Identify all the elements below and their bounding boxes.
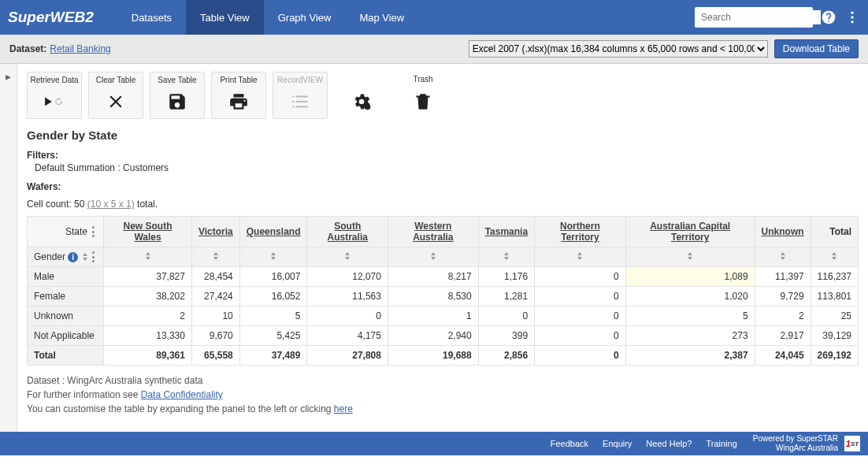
tab-datasets[interactable]: Datasets — [117, 0, 186, 35]
data-cell[interactable]: 1 — [388, 306, 478, 326]
sort-icon[interactable] — [343, 252, 351, 260]
data-cell[interactable]: 9,670 — [191, 326, 239, 346]
total-cell: 27,808 — [307, 346, 388, 366]
export-format-select[interactable]: Excel 2007 (.xlsx)(max 16,384 columns x … — [469, 40, 768, 58]
data-cell[interactable]: 5,425 — [239, 326, 307, 346]
sort-icon[interactable] — [429, 252, 437, 260]
footer-training[interactable]: Training — [706, 439, 736, 448]
corner-cell: State — [28, 217, 104, 247]
data-cell[interactable]: 9,729 — [755, 287, 811, 306]
print-table-button[interactable]: Print Table — [211, 72, 266, 119]
customise-here-link[interactable]: here — [334, 403, 353, 414]
footer-need-help[interactable]: Need Help? — [646, 439, 692, 448]
data-cell[interactable]: 399 — [478, 326, 534, 346]
col-header[interactable]: Tasmania — [485, 226, 528, 237]
row-axis-menu-icon[interactable] — [92, 251, 97, 262]
row-header[interactable]: Unknown — [28, 306, 104, 326]
play-refresh-icon — [44, 87, 65, 115]
row-total-cell: 39,129 — [811, 326, 858, 346]
info-icon[interactable]: i — [68, 252, 78, 262]
data-cell[interactable]: 0 — [478, 306, 534, 326]
save-table-button[interactable]: Save Table — [150, 72, 205, 119]
col-header[interactable]: New South Wales — [124, 221, 172, 243]
sort-icon[interactable] — [81, 253, 89, 261]
row-header[interactable]: Male — [28, 267, 104, 287]
footer-enquiry[interactable]: Enquiry — [603, 439, 632, 448]
row-header[interactable]: Female — [28, 287, 104, 306]
sort-icon[interactable] — [576, 252, 584, 260]
col-header[interactable]: Queensland — [247, 226, 301, 237]
data-cell[interactable]: 0 — [535, 267, 626, 287]
data-cell[interactable]: 13,330 — [104, 326, 192, 346]
table-row: Not Applicable13,3309,6705,4254,1752,940… — [28, 326, 859, 346]
data-cell[interactable]: 273 — [625, 326, 755, 346]
row-header[interactable]: Not Applicable — [28, 326, 104, 346]
data-cell[interactable]: 1,089 — [625, 267, 755, 287]
data-cell[interactable]: 5 — [239, 306, 307, 326]
totals-row-header: Total — [28, 346, 104, 366]
col-header[interactable]: Northern Territory — [560, 221, 600, 243]
data-cell[interactable]: 37,827 — [104, 267, 192, 287]
data-cell[interactable]: 27,424 — [191, 287, 239, 306]
sort-icon[interactable] — [779, 252, 787, 260]
kebab-menu-icon[interactable] — [844, 9, 860, 25]
dataset-bar: Dataset: Retail Banking Excel 2007 (.xls… — [0, 35, 868, 64]
data-cell[interactable]: 4,175 — [307, 326, 388, 346]
trash-button[interactable]: Trash — [395, 72, 451, 119]
sort-icon[interactable] — [503, 252, 510, 260]
search-box[interactable] — [695, 7, 813, 28]
data-cell[interactable]: 28,454 — [191, 267, 239, 287]
data-cell[interactable]: 2,917 — [755, 326, 811, 346]
tab-graph-view[interactable]: Graph View — [264, 0, 346, 35]
data-cell[interactable]: 0 — [307, 306, 388, 326]
row-axis-header[interactable]: Gender i — [28, 247, 104, 267]
data-cell[interactable]: 16,007 — [239, 267, 307, 287]
tab-map-view[interactable]: Map View — [345, 0, 418, 35]
sort-icon[interactable] — [212, 252, 220, 260]
data-cell[interactable]: 10 — [191, 306, 239, 326]
retrieve-data-button[interactable]: Retrieve Data — [27, 72, 82, 119]
tab-table-view[interactable]: Table View — [186, 0, 264, 35]
sort-icon[interactable] — [269, 252, 277, 260]
col-header[interactable]: Western Australia — [413, 221, 453, 243]
data-cell[interactable]: 16,052 — [239, 287, 307, 306]
data-cell[interactable]: 2 — [755, 306, 811, 326]
data-cell[interactable]: 11,397 — [755, 267, 811, 287]
data-cell[interactable]: 8,530 — [388, 287, 478, 306]
expand-panel-toggle[interactable]: ▸ — [0, 64, 17, 432]
sort-icon[interactable] — [830, 252, 838, 260]
svg-point-3 — [365, 103, 371, 110]
data-cell[interactable]: 5 — [625, 306, 755, 326]
data-cell[interactable]: 0 — [535, 287, 626, 306]
x-icon — [106, 87, 126, 115]
data-cell[interactable]: 1,281 — [478, 287, 534, 306]
clear-table-button[interactable]: Clear Table — [88, 72, 143, 119]
data-confidentiality-link[interactable]: Data Confidentiality — [141, 389, 223, 400]
gears-icon — [351, 87, 372, 116]
dataset-link[interactable]: Retail Banking — [50, 43, 110, 54]
data-cell[interactable]: 0 — [535, 306, 626, 326]
download-table-button[interactable]: Download Table — [774, 39, 859, 58]
data-cell[interactable]: 0 — [535, 326, 626, 346]
footer-feedback[interactable]: Feedback — [551, 439, 588, 448]
settings-button[interactable] — [334, 72, 389, 119]
data-cell[interactable]: 11,563 — [307, 287, 388, 306]
col-header[interactable]: Unknown — [762, 226, 804, 237]
trash-icon — [413, 87, 433, 116]
data-cell[interactable]: 2 — [104, 306, 192, 326]
data-cell[interactable]: 1,176 — [478, 267, 534, 287]
data-cell[interactable]: 1,020 — [625, 287, 755, 306]
data-cell[interactable]: 8,217 — [388, 267, 478, 287]
search-input[interactable] — [699, 10, 821, 24]
col-header[interactable]: South Australia — [328, 221, 368, 243]
data-cell[interactable]: 38,202 — [104, 287, 192, 306]
sort-icon[interactable] — [686, 252, 694, 260]
data-cell[interactable]: 2,940 — [388, 326, 478, 346]
col-axis-menu-icon[interactable] — [92, 226, 97, 237]
data-cell[interactable]: 12,070 — [307, 267, 388, 287]
help-icon[interactable] — [821, 9, 836, 25]
sort-icon[interactable] — [144, 252, 152, 260]
table-row: Unknown210501005225 — [28, 306, 859, 326]
col-header[interactable]: Victoria — [198, 226, 233, 237]
col-header[interactable]: Australian Capital Territory — [650, 221, 730, 243]
